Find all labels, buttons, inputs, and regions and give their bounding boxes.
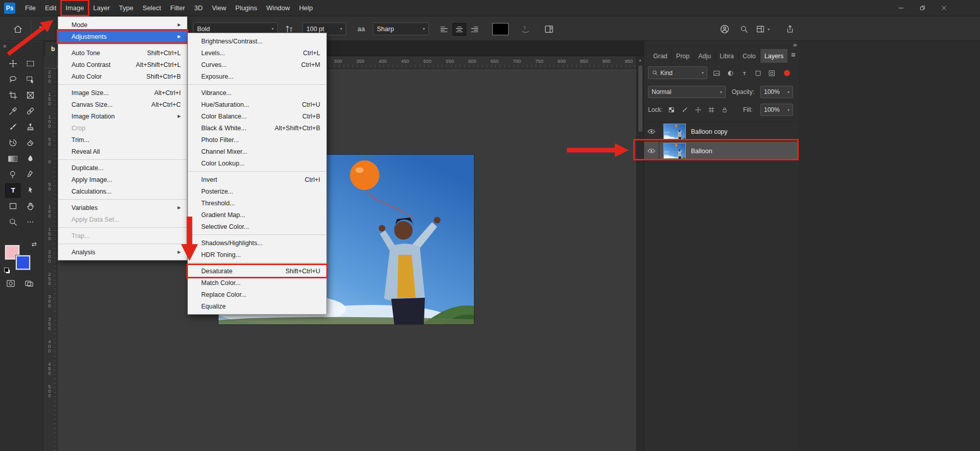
align-right-button[interactable] xyxy=(468,23,482,36)
scroll-up-icon[interactable]: ▲ xyxy=(637,56,643,62)
scrollbar-thumb[interactable] xyxy=(638,65,642,132)
tool-zoom-icon[interactable] xyxy=(5,215,20,229)
layer-name[interactable]: Balloon xyxy=(691,148,712,155)
menu-item-threshold[interactable]: Threshold... xyxy=(188,197,326,209)
tool-type-icon[interactable]: T xyxy=(5,183,20,198)
menu-item-hdr-toning[interactable]: HDR Toning... xyxy=(188,249,326,260)
menu-item-shadows-highlights[interactable]: Shadows/Highlights... xyxy=(188,237,326,249)
tool-frame-icon[interactable] xyxy=(22,88,38,103)
panel-tab-grad[interactable]: Grad xyxy=(649,49,672,63)
tool-lasso-icon[interactable] xyxy=(5,73,20,87)
menu-item-desaturate[interactable]: DesaturateShift+Ctrl+U xyxy=(188,265,326,277)
tool-pen-icon[interactable] xyxy=(22,168,38,182)
photoshop-logo[interactable]: Ps xyxy=(4,3,15,14)
tool-dodge-icon[interactable] xyxy=(5,168,20,182)
menu-item-levels[interactable]: Levels...Ctrl+L xyxy=(188,47,326,59)
menu-item-black-white[interactable]: Black & White...Alt+Shift+Ctrl+B xyxy=(188,122,326,134)
menu-item-brightness-contrast[interactable]: Brightness/Contrast... xyxy=(188,35,326,47)
default-colors-icon[interactable] xyxy=(4,268,9,272)
layer-thumbnail[interactable] xyxy=(663,124,686,140)
menubar-item-plugins[interactable]: Plugins xyxy=(231,0,262,16)
panel-tab-colo[interactable]: Colo xyxy=(738,49,760,63)
lock-position-icon[interactable] xyxy=(693,105,703,115)
menu-item-color-balance[interactable]: Color Balance...Ctrl+B xyxy=(188,110,326,122)
collapse-tools-icon[interactable]: « xyxy=(3,42,7,50)
lock-transparency-icon[interactable] xyxy=(666,105,677,115)
home-icon[interactable] xyxy=(12,23,23,35)
panel-tab-prop[interactable]: Prop xyxy=(672,49,694,63)
search-icon[interactable] xyxy=(738,23,750,35)
panel-menu-icon[interactable]: ≡ xyxy=(791,50,796,59)
tool-eyedropper-icon[interactable] xyxy=(5,104,20,118)
menu-item-image-size[interactable]: Image Size...Alt+Ctrl+I xyxy=(58,87,187,99)
menubar-item-view[interactable]: View xyxy=(207,0,231,16)
quick-mask-button[interactable] xyxy=(4,277,17,290)
share-icon[interactable] xyxy=(784,23,796,35)
menu-item-gradient-map[interactable]: Gradient Map... xyxy=(188,209,326,221)
menu-item-auto-tone[interactable]: Auto ToneShift+Ctrl+L xyxy=(58,47,187,59)
menu-item-analysis[interactable]: Analysis▶ xyxy=(58,246,187,258)
layer-row[interactable]: Balloon xyxy=(644,141,798,161)
canvas-vertical-scrollbar[interactable]: ▲ xyxy=(636,56,643,451)
tool-hand-icon[interactable] xyxy=(22,199,38,213)
panel-tab-adju[interactable]: Adju xyxy=(694,49,715,63)
tool-clone-stamp-icon[interactable] xyxy=(22,120,38,134)
menu-item-auto-color[interactable]: Auto ColorShift+Ctrl+B xyxy=(58,70,187,82)
menu-item-posterize[interactable]: Posterize... xyxy=(188,185,326,197)
warp-text-icon[interactable]: T xyxy=(520,23,531,35)
layer-filter-toggle[interactable] xyxy=(784,70,790,76)
align-left-button[interactable] xyxy=(437,23,451,36)
anti-alias-select[interactable]: Sharp ▾ xyxy=(373,22,429,35)
background-color-swatch[interactable] xyxy=(16,255,30,270)
shape-filter-icon[interactable] xyxy=(752,67,764,79)
layer-name[interactable]: Balloon copy xyxy=(691,128,728,135)
smartobject-filter-icon[interactable] xyxy=(766,67,778,79)
tool-gradient-icon[interactable] xyxy=(5,152,20,166)
pixel-filter-icon[interactable] xyxy=(710,67,723,79)
menu-item-invert[interactable]: InvertCtrl+I xyxy=(188,174,326,185)
tool-path-selection-icon[interactable] xyxy=(22,183,38,198)
vertical-ruler[interactable]: 2001501005005010015020025030035040045050… xyxy=(44,68,57,451)
menu-item-channel-mixer[interactable]: Channel Mixer... xyxy=(188,146,326,157)
menubar-item-select[interactable]: Select xyxy=(138,0,165,16)
lock-all-icon[interactable] xyxy=(720,105,730,115)
chevron-down-icon[interactable]: ▾ xyxy=(768,27,770,32)
menu-item-image-rotation[interactable]: Image Rotation▶ xyxy=(58,110,187,122)
panel-tab-libra[interactable]: Libra xyxy=(715,49,738,63)
menubar-item-type[interactable]: Type xyxy=(114,0,138,16)
align-center-button[interactable] xyxy=(452,23,466,36)
minimize-icon[interactable] xyxy=(897,4,905,12)
layer-filter-select[interactable]: Kind ▾ xyxy=(648,66,707,79)
tool-eraser-icon[interactable] xyxy=(22,136,38,150)
menu-item-curves[interactable]: Curves...Ctrl+M xyxy=(188,59,326,70)
menubar-item-image[interactable]: Image xyxy=(61,0,88,16)
fill-select[interactable]: 100% ▾ xyxy=(760,104,793,116)
menu-item-duplicate[interactable]: Duplicate... xyxy=(58,162,187,174)
menu-item-adjustments[interactable]: Adjustments▶ xyxy=(58,31,187,42)
menu-item-replace-color[interactable]: Replace Color... xyxy=(188,289,326,300)
menu-item-mode[interactable]: Mode▶ xyxy=(58,19,187,31)
type-filter-icon[interactable]: T xyxy=(738,67,750,79)
tool-edit-toolbar-icon[interactable] xyxy=(22,215,38,229)
menu-item-exposure[interactable]: Exposure... xyxy=(188,70,326,82)
menu-item-color-lookup[interactable]: Color Lookup... xyxy=(188,157,326,169)
lock-artboard-icon[interactable] xyxy=(706,105,716,115)
lock-paint-icon[interactable] xyxy=(680,105,690,115)
menu-item-reveal-all[interactable]: Reveal All xyxy=(58,146,187,157)
menubar-item-file[interactable]: File xyxy=(20,0,40,16)
menu-item-variables[interactable]: Variables▶ xyxy=(58,202,187,213)
text-color-swatch[interactable] xyxy=(492,23,509,35)
collapse-panels-icon[interactable]: » xyxy=(793,41,797,49)
menu-item-apply-image[interactable]: Apply Image... xyxy=(58,174,187,185)
menubar-item-window[interactable]: Window xyxy=(261,0,294,16)
tool-rectangle-icon[interactable] xyxy=(5,199,20,213)
restore-icon[interactable] xyxy=(919,4,927,12)
tool-object-selection-icon[interactable] xyxy=(22,73,38,87)
tool-crop-icon[interactable] xyxy=(5,88,20,103)
layer-visibility-eye-icon[interactable] xyxy=(644,122,659,141)
tool-brush-icon[interactable] xyxy=(5,120,20,134)
menu-item-hue-saturation[interactable]: Hue/Saturation...Ctrl+U xyxy=(188,99,326,110)
workspace-icon[interactable] xyxy=(755,23,766,35)
menubar-item-filter[interactable]: Filter xyxy=(165,0,189,16)
blend-mode-select[interactable]: Normal ▾ xyxy=(648,86,726,98)
